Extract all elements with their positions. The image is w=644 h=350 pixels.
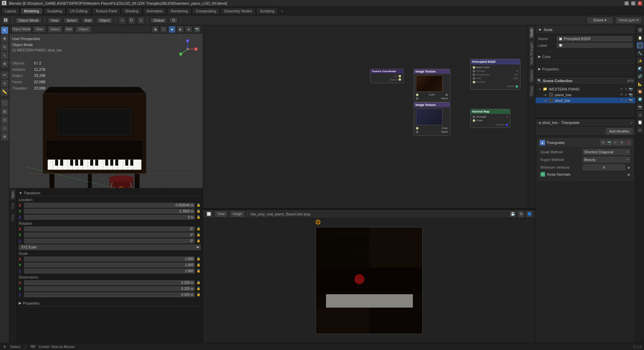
render-icon-piano[interactable]: 📷 — [629, 93, 633, 97]
sel-icon-stool[interactable]: 🖱 — [624, 99, 628, 102]
move-tool[interactable]: ✥ — [1, 35, 8, 42]
sidebar-tab-scene[interactable]: 🎬 — [637, 27, 643, 33]
ngon-method-dropdown[interactable]: Beauty ▾ — [583, 157, 630, 163]
options-tab[interactable]: Options — [529, 68, 534, 83]
annotate-tool[interactable]: ✏ — [1, 71, 8, 79]
lock-dim-z-icon[interactable]: 🔒 — [196, 293, 201, 297]
viewport-gizmo[interactable]: X Y Z — [176, 37, 199, 61]
node-image-texture-1[interactable]: Image Texture Color Alpha — [414, 69, 450, 102]
modifier-nav-expand[interactable]: ⤢ — [630, 121, 633, 125]
view-menu[interactable]: View — [47, 17, 61, 23]
tab-scripting[interactable]: Scripting — [256, 8, 278, 14]
viewport-select-btn[interactable]: Select — [47, 26, 62, 33]
keep-normals-checkbox[interactable]: ✓ — [540, 172, 545, 177]
measure-tool[interactable]: 📏 — [1, 88, 8, 96]
tab-layout[interactable]: Layout — [1, 8, 20, 14]
scene-filter-btn[interactable]: ⊞ — [627, 79, 630, 82]
uv-editor-icon[interactable]: ⬜ — [205, 210, 212, 218]
group-tab[interactable]: Group — [529, 84, 534, 98]
tab-rendering[interactable]: Rendering — [167, 8, 191, 14]
transform-tool[interactable]: ⊕ — [1, 60, 8, 67]
lock-rot-z-icon[interactable]: 🔒 — [196, 239, 201, 243]
modifier-nav-back[interactable]: ◀ — [538, 121, 541, 125]
viewport-shading-mat[interactable]: ◐ — [177, 26, 184, 33]
viewport-shading-solid[interactable]: ■ — [168, 26, 176, 33]
viewport-add-btn[interactable]: Add — [64, 26, 74, 33]
viewport-overlay-btn[interactable]: ◉ — [152, 26, 159, 33]
sidebar-tab-view-layer[interactable]: 📑 — [637, 119, 643, 126]
uv-view-type-btn[interactable]: 🔵 — [526, 210, 533, 218]
scale-y-input[interactable] — [24, 262, 195, 268]
scale-z-input[interactable] — [24, 269, 195, 274]
maximize-btn[interactable]: □ — [631, 1, 635, 5]
tab-geometry-nodes[interactable]: Geometry Nodes — [220, 8, 256, 14]
node-graph[interactable]: Image Texture Color Alpha — [203, 25, 535, 208]
node-image-texture-2[interactable]: Image Texture Color Alpha — [414, 102, 450, 136]
node-wrangler-tab[interactable]: Node Wrangler — [529, 40, 534, 66]
tab-compositing[interactable]: Compositing — [192, 8, 220, 14]
uv-view-btn[interactable]: View — [214, 210, 228, 218]
node-tab[interactable]: Node — [529, 27, 534, 39]
snap-btn[interactable]: ⊡ — [169, 17, 178, 23]
tab-texture-paint[interactable]: Texture Paint — [92, 8, 121, 14]
color-section-header[interactable]: ▶ Color — [538, 53, 633, 60]
tree-item-stool-low[interactable]: ▶ ⬛ stool_low 👁 🖱 📷 — [535, 98, 635, 103]
minimize-btn[interactable]: — — [625, 1, 629, 5]
rotate-tool[interactable]: ↻ — [1, 43, 8, 51]
render-icon-1[interactable]: 📷 — [629, 87, 633, 91]
close-btn[interactable]: ✕ — [638, 1, 642, 5]
viewport-menu-btn[interactable]: Object Mode — [11, 26, 31, 33]
loc-x-input[interactable] — [24, 203, 195, 208]
rot-x-input[interactable] — [24, 226, 195, 231]
tab-sculpting[interactable]: Sculpting — [43, 8, 66, 14]
uv-canvas[interactable] — [203, 218, 535, 343]
uv-editor[interactable]: ⬜ View Image low_poly_mat_piano_BaseColo… — [203, 209, 535, 343]
tree-item-piano-low[interactable]: ▶ ⬛ piano_low 👁 🖱 📷 — [535, 92, 635, 98]
euler-mode-select[interactable]: XYZ Euler — [19, 244, 201, 250]
select-menu[interactable]: Select — [63, 17, 80, 23]
sidebar-tab-object[interactable]: ⬛ — [637, 42, 643, 49]
viewport-camera-btn[interactable]: 📷 — [193, 26, 201, 33]
lock-scale-y-icon[interactable]: 🔒 — [196, 263, 201, 268]
mode-dropdown[interactable]: Object Mode — [15, 17, 42, 23]
extrude-tool[interactable]: ⊞ — [1, 108, 8, 115]
view-tab[interactable]: View — [10, 212, 15, 223]
tab-animation[interactable]: Animation — [143, 8, 167, 14]
inset-tool[interactable]: ⊡ — [1, 116, 8, 124]
viewport-shading-wire[interactable]: □ — [160, 26, 167, 33]
sidebar-tab-data[interactable]: 📐 — [637, 80, 643, 87]
scale-btn[interactable]: ⤡ — [137, 17, 145, 24]
dim-x-input[interactable] — [24, 280, 195, 285]
sidebar-tab-particles[interactable]: ✨ — [637, 57, 643, 64]
sidebar-tab-modifier[interactable]: 🔧 — [637, 50, 643, 56]
vis-icon-stool[interactable]: 👁 — [620, 99, 623, 102]
mod-edit-btn[interactable]: ✏ — [613, 140, 618, 145]
mod-delete-btn[interactable]: ✕ — [626, 140, 631, 145]
loop-cut-tool[interactable]: ⊕ — [1, 133, 8, 140]
vis-icon-1[interactable]: 👁 — [620, 87, 623, 91]
viewport-shading-render[interactable]: ● — [185, 26, 192, 33]
keep-normals-prop-btn[interactable]: ◉ — [627, 173, 630, 176]
lock-rot-x-icon[interactable]: 🔒 — [196, 227, 201, 231]
cursor-tool[interactable]: ⊙ — [1, 80, 8, 87]
tab-uv-editing[interactable]: UV Editing — [66, 8, 91, 14]
mod-realtime-btn[interactable]: 👁 — [600, 140, 606, 145]
render-icon-stool[interactable]: 📷 — [629, 99, 633, 102]
min-verts-prop-btn[interactable]: ◉ — [627, 166, 630, 169]
blender-logo-btn[interactable]: 🅱 — [2, 17, 9, 24]
add-menu[interactable]: Add — [82, 17, 95, 23]
dim-z-input[interactable] — [24, 292, 195, 297]
scene-view-btn[interactable]: ⊟ — [631, 79, 633, 82]
transform-global[interactable]: Global — [150, 17, 167, 23]
sidebar-tab-physics[interactable]: 🌊 — [637, 65, 643, 72]
sidebar-tab-scene-2[interactable]: ⚙ — [637, 127, 643, 133]
quad-method-dropdown[interactable]: Shortest Diagonal ▾ — [583, 149, 630, 155]
rotate-btn[interactable]: ↻ — [128, 17, 135, 24]
lock-scale-z-icon[interactable]: 🔒 — [196, 269, 201, 274]
tree-item-western-piano[interactable]: ▼ 📁 WESTERN PIANO 👁 🖱 📷 — [535, 86, 635, 92]
min-verts-input[interactable] — [583, 164, 625, 170]
scene-dropdown[interactable]: Scene ▾ — [587, 17, 613, 24]
tab-modeling[interactable]: Modeling — [20, 8, 43, 14]
sidebar-tab-constraints[interactable]: 🔗 — [637, 73, 643, 79]
add-workspace-btn[interactable]: + — [279, 8, 285, 14]
